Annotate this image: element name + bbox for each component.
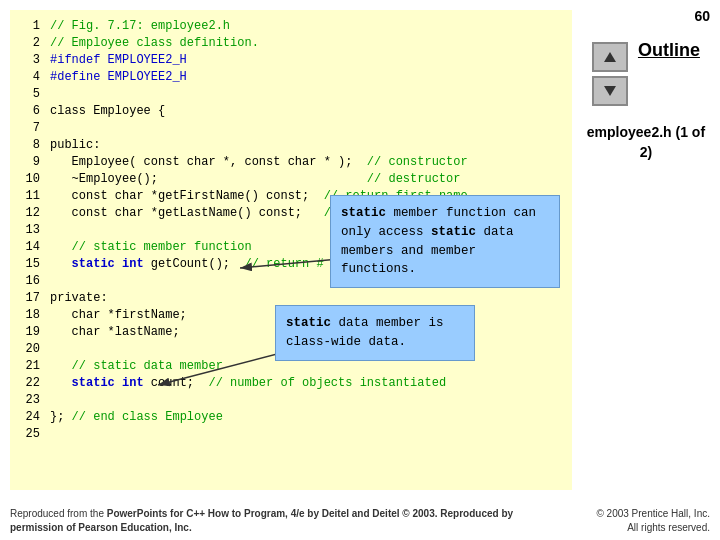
- code-panel: 1 // Fig. 7.17: employee2.h 2 // Employe…: [10, 10, 572, 490]
- up-arrow-icon: [602, 50, 618, 64]
- code-line: 8 public:: [20, 137, 562, 154]
- code-line: 3 #ifndef EMPLOYEE2_H: [20, 52, 562, 69]
- code-line: 22 static int count; // number of object…: [20, 375, 562, 392]
- footer-right: © 2003 Prentice Hall, Inc. All rights re…: [596, 507, 710, 535]
- page-number: 60: [694, 8, 710, 24]
- code-line: 24 }; // end class Employee: [20, 409, 562, 426]
- next-button[interactable]: [592, 76, 628, 106]
- code-line: 9 Employee( const char *, const char * )…: [20, 154, 562, 171]
- prev-button[interactable]: [592, 42, 628, 72]
- down-arrow-icon: [602, 84, 618, 98]
- code-line: 7: [20, 120, 562, 137]
- outline-title: Outline: [638, 40, 700, 61]
- svg-marker-4: [604, 86, 616, 96]
- code-line: 1 // Fig. 7.17: employee2.h: [20, 18, 562, 35]
- code-line: 6 class Employee {: [20, 103, 562, 120]
- code-line: 23: [20, 392, 562, 409]
- slide-info: employee2.h (1 of 2): [582, 123, 710, 162]
- code-line: 10 ~Employee(); // destructor: [20, 171, 562, 188]
- svg-marker-3: [604, 52, 616, 62]
- callout1: static member function can only access s…: [330, 195, 560, 288]
- footer: Reproduced from the PowerPoints for C++ …: [10, 507, 710, 535]
- code-line: 21 // static data member: [20, 358, 562, 375]
- code-line: 4 #define EMPLOYEE2_H: [20, 69, 562, 86]
- code-line: 2 // Employee class definition.: [20, 35, 562, 52]
- nav-buttons: [592, 40, 628, 108]
- code-line: 5: [20, 86, 562, 103]
- footer-left: Reproduced from the PowerPoints for C++ …: [10, 507, 530, 535]
- code-line: 25: [20, 426, 562, 443]
- callout2: static data member is class-wide data.: [275, 305, 475, 361]
- right-panel: 60 Outline employee2.h (1 of 2): [572, 0, 720, 540]
